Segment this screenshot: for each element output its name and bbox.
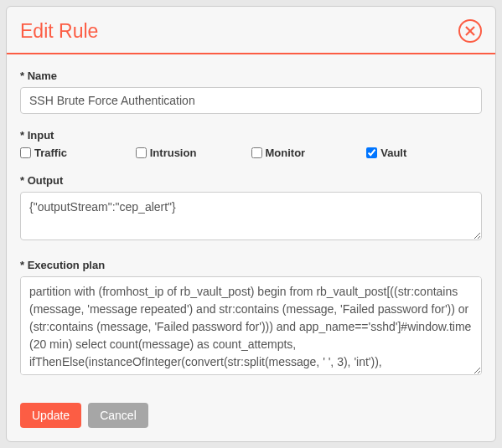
modal-body: * Name * Input Traffic Intrusion Monitor… [7, 54, 495, 391]
checkbox-label-intrusion[interactable]: Intrusion [150, 147, 197, 159]
checkbox-label-monitor[interactable]: Monitor [266, 147, 306, 159]
execution-plan-label: * Execution plan [20, 259, 482, 271]
output-label: * Output [20, 174, 482, 187]
checkbox-item-vault: Vault [366, 147, 482, 159]
name-input[interactable] [20, 87, 482, 114]
input-label: * Input [20, 129, 482, 142]
execution-plan-textarea[interactable] [20, 276, 482, 375]
checkbox-label-traffic[interactable]: Traffic [34, 147, 67, 159]
checkbox-label-vault[interactable]: Vault [380, 147, 406, 159]
input-checkbox-group: Traffic Intrusion Monitor Vault [20, 147, 482, 159]
edit-rule-modal: Edit Rule * Name * Input Traffic Intrusi… [6, 6, 496, 442]
name-label: * Name [20, 70, 482, 82]
modal-footer: Update Cancel [7, 391, 495, 441]
update-button[interactable]: Update [20, 403, 81, 428]
checkbox-intrusion[interactable] [136, 147, 147, 158]
checkbox-item-intrusion: Intrusion [136, 147, 251, 159]
cancel-button[interactable]: Cancel [88, 403, 148, 428]
checkbox-monitor[interactable] [251, 147, 262, 158]
modal-title: Edit Rule [20, 20, 98, 43]
modal-header: Edit Rule [7, 7, 495, 54]
close-icon [465, 26, 475, 36]
checkbox-item-traffic: Traffic [20, 147, 136, 159]
output-textarea[interactable] [20, 192, 482, 240]
checkbox-vault[interactable] [366, 147, 377, 158]
close-button[interactable] [458, 19, 482, 43]
checkbox-item-monitor: Monitor [251, 147, 367, 159]
checkbox-traffic[interactable] [20, 147, 31, 158]
